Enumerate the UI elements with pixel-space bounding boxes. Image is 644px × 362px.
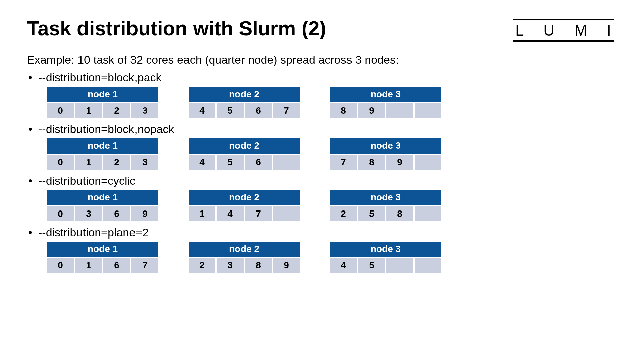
node: node 345 xyxy=(330,242,441,273)
task-cell: 6 xyxy=(245,103,272,118)
task-cell: 1 xyxy=(75,103,102,118)
node-header: node 2 xyxy=(189,190,300,205)
task-cell: 8 xyxy=(386,206,413,221)
task-cell xyxy=(273,206,300,221)
task-cell: 1 xyxy=(75,155,102,170)
task-cell: 4 xyxy=(189,155,215,170)
node: node 10167 xyxy=(47,242,158,273)
task-cell: 1 xyxy=(189,206,215,221)
task-cell: 2 xyxy=(189,258,215,273)
task-cell: 8 xyxy=(330,103,357,118)
task-cell: 1 xyxy=(75,258,102,273)
cells-row: 147 xyxy=(189,206,300,221)
node: node 3258 xyxy=(330,190,441,221)
node: node 3789 xyxy=(330,138,441,170)
task-cell: 8 xyxy=(245,258,272,273)
task-cell: 0 xyxy=(47,206,74,221)
distributions-container: --distribution=block,packnode 10123node … xyxy=(27,71,617,273)
cells-row: 0123 xyxy=(47,155,158,170)
node-header: node 2 xyxy=(189,138,300,154)
node-header: node 1 xyxy=(47,190,158,205)
example-text: Example: 10 task of 32 cores each (quart… xyxy=(27,53,617,66)
task-cell: 6 xyxy=(103,206,130,221)
logo-letter: L xyxy=(515,21,525,39)
node-header: node 3 xyxy=(330,138,441,154)
cells-row: 89 xyxy=(330,103,441,118)
task-cell: 9 xyxy=(386,155,413,170)
task-cell: 3 xyxy=(217,258,244,273)
node: node 10123 xyxy=(47,138,158,170)
node: node 2147 xyxy=(189,190,300,221)
task-cell: 9 xyxy=(358,103,385,118)
task-cell xyxy=(415,103,441,118)
node-header: node 3 xyxy=(330,242,441,257)
logo-bar-bottom xyxy=(513,40,614,42)
node-header: node 3 xyxy=(330,190,441,205)
distribution-block: --distribution=block,packnode 10123node … xyxy=(27,71,617,118)
cells-row: 0123 xyxy=(47,103,158,118)
task-cell: 8 xyxy=(358,155,385,170)
nodes-row: node 10123node 24567node 389 xyxy=(47,87,617,118)
node-header: node 3 xyxy=(330,87,441,102)
node-header: node 1 xyxy=(47,242,158,257)
task-cell: 0 xyxy=(47,258,74,273)
distribution-block: --distribution=cyclicnode 10369node 2147… xyxy=(27,174,617,221)
task-cell: 3 xyxy=(131,155,158,170)
node-header: node 2 xyxy=(189,242,300,257)
nodes-row: node 10167node 22389node 345 xyxy=(47,242,617,273)
task-cell: 5 xyxy=(358,258,385,273)
task-cell: 5 xyxy=(358,206,385,221)
lumi-logo: L U M I xyxy=(513,19,614,42)
slide: L U M I Task distribution with Slurm (2)… xyxy=(0,0,644,362)
task-cell: 3 xyxy=(131,103,158,118)
distribution-label: --distribution=block,nopack xyxy=(27,123,617,136)
nodes-row: node 10369node 2147node 3258 xyxy=(47,190,617,221)
task-cell: 3 xyxy=(75,206,102,221)
distribution-label: --distribution=block,pack xyxy=(27,71,617,84)
cells-row: 258 xyxy=(330,206,441,221)
node: node 389 xyxy=(330,87,441,118)
task-cell xyxy=(386,258,413,273)
cells-row: 456 xyxy=(189,155,300,170)
cells-row: 0167 xyxy=(47,258,158,273)
task-cell: 2 xyxy=(330,206,357,221)
cells-row: 45 xyxy=(330,258,441,273)
cells-row: 2389 xyxy=(189,258,300,273)
distribution-block: --distribution=plane=2node 10167node 223… xyxy=(27,226,617,273)
distribution-block: --distribution=block,nopacknode 10123nod… xyxy=(27,123,617,170)
node: node 2456 xyxy=(189,138,300,170)
task-cell: 2 xyxy=(103,155,130,170)
node: node 22389 xyxy=(189,242,300,273)
logo-letter: I xyxy=(607,21,612,39)
task-cell xyxy=(415,258,441,273)
distribution-label: --distribution=cyclic xyxy=(27,174,617,187)
task-cell: 9 xyxy=(273,258,300,273)
task-cell: 0 xyxy=(47,103,74,118)
node-header: node 1 xyxy=(47,138,158,154)
task-cell: 9 xyxy=(131,206,158,221)
logo-letter: U xyxy=(543,21,555,39)
task-cell: 4 xyxy=(217,206,244,221)
task-cell: 7 xyxy=(273,103,300,118)
task-cell xyxy=(415,155,441,170)
task-cell: 4 xyxy=(330,258,357,273)
task-cell: 0 xyxy=(47,155,74,170)
task-cell xyxy=(273,155,300,170)
task-cell xyxy=(415,206,441,221)
task-cell: 6 xyxy=(245,155,272,170)
distribution-label: --distribution=plane=2 xyxy=(27,226,617,239)
task-cell: 5 xyxy=(217,155,244,170)
node-header: node 1 xyxy=(47,87,158,102)
task-cell: 5 xyxy=(217,103,244,118)
cells-row: 0369 xyxy=(47,206,158,221)
task-cell xyxy=(386,103,413,118)
task-cell: 6 xyxy=(103,258,130,273)
node: node 24567 xyxy=(189,87,300,118)
nodes-row: node 10123node 2456node 3789 xyxy=(47,138,617,170)
cells-row: 789 xyxy=(330,155,441,170)
cells-row: 4567 xyxy=(189,103,300,118)
task-cell: 7 xyxy=(330,155,357,170)
task-cell: 4 xyxy=(189,103,215,118)
task-cell: 7 xyxy=(245,206,272,221)
node: node 10369 xyxy=(47,190,158,221)
